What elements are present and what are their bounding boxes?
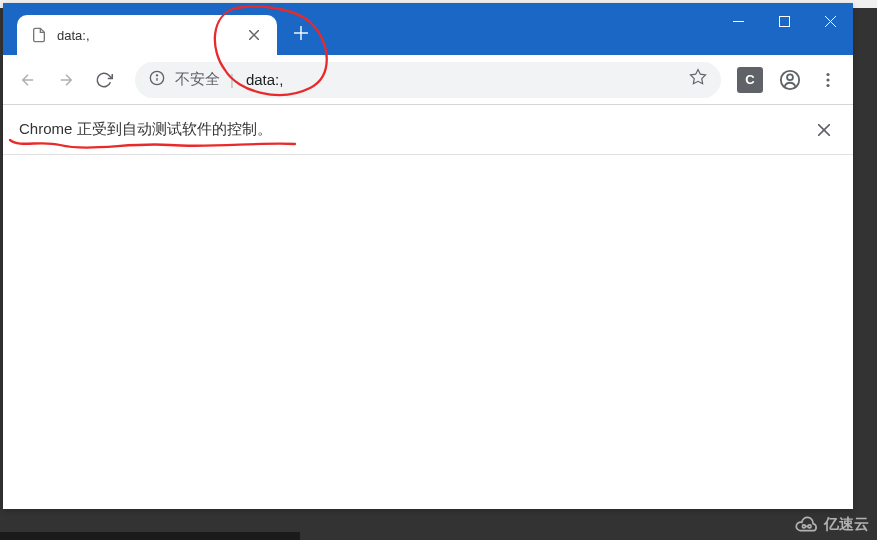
page-icon [31,27,47,43]
window-close-button[interactable] [807,3,853,39]
extension-badge-letter: C [745,72,754,87]
bookmark-star-icon[interactable] [689,68,707,91]
tab-strip: data:, [3,3,315,55]
back-button[interactable] [11,63,45,97]
svg-point-13 [787,74,793,80]
page-content [3,155,853,509]
menu-button[interactable] [811,63,845,97]
close-icon[interactable] [245,26,263,44]
svg-point-20 [808,524,811,527]
automation-infobar: Chrome 正受到自动测试软件的控制。 [3,105,853,155]
svg-point-14 [826,72,829,75]
svg-point-15 [826,78,829,81]
profile-button[interactable] [773,63,807,97]
chrome-browser-window: data:, [3,3,853,509]
navigation-toolbar: 不安全 | data:, C [3,55,853,105]
window-title-bar[interactable]: data:, [3,3,853,55]
watermark-text: 亿速云 [824,515,869,534]
url-text: data:, [246,71,679,88]
minimize-button[interactable] [715,3,761,39]
address-bar[interactable]: 不安全 | data:, [135,62,721,98]
extension-icon[interactable]: C [737,67,763,93]
background-taskbar-fragment [0,532,300,540]
reload-button[interactable] [87,63,121,97]
svg-marker-11 [691,70,706,84]
omnibox-separator: | [230,71,234,88]
svg-point-10 [156,75,157,76]
watermark: 亿速云 [792,515,869,534]
tab-title: data:, [57,28,235,43]
maximize-button[interactable] [761,3,807,39]
window-controls [715,3,853,39]
security-label: 不安全 [175,70,220,89]
svg-rect-5 [779,16,789,26]
browser-tab[interactable]: data:, [17,15,277,55]
svg-rect-4 [733,21,744,22]
infobar-message: Chrome 正受到自动测试软件的控制。 [19,120,811,139]
forward-button[interactable] [49,63,83,97]
cloud-icon [792,516,820,534]
svg-point-19 [802,524,805,527]
svg-point-16 [826,83,829,86]
info-icon[interactable] [149,70,165,89]
new-tab-button[interactable] [287,19,315,47]
infobar-close-button[interactable] [811,117,837,143]
